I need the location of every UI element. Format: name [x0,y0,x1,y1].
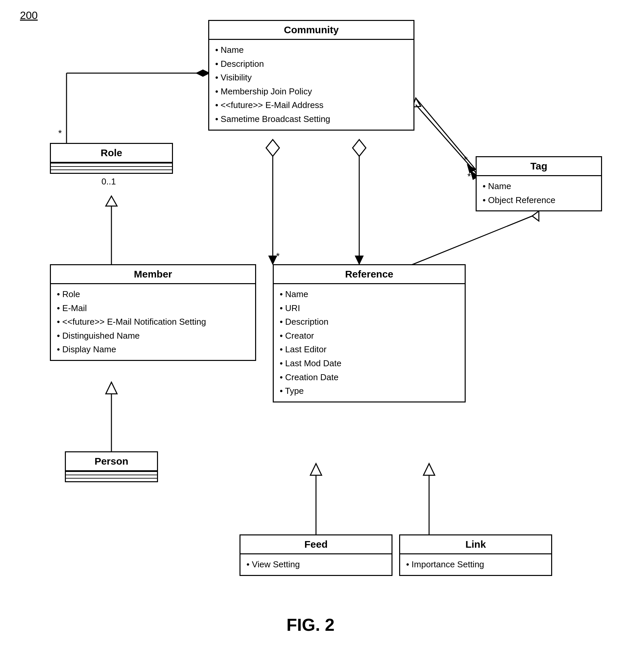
ref-attr-1: Name [280,287,459,302]
community-attr-4: Membership Join Policy [215,85,408,99]
tag-body: Name Object Reference [477,176,601,210]
tag-title: Tag [477,157,601,176]
svg-line-19 [416,105,479,176]
community-attr-1: Name [215,43,408,57]
community-attr-6: Sametime Broadcast Setting [215,112,408,126]
link-body: Importance Setting [400,554,551,575]
link-attr-1: Importance Setting [406,558,545,572]
svg-text:*: * [276,251,280,261]
member-class: Member Role E-Mail <<future>> E-Mail Not… [50,264,256,361]
ref-attr-4: Creator [280,329,459,343]
community-title: Community [209,21,413,40]
svg-marker-15 [355,256,363,264]
member-attr-4: Distinguished Name [57,329,249,343]
ref-attr-2: URI [280,302,459,315]
svg-marker-24 [310,464,322,475]
svg-line-16 [416,98,475,170]
feed-title: Feed [241,535,391,554]
svg-marker-22 [532,211,539,221]
svg-marker-11 [269,256,277,264]
tag-attr-1: Name [483,179,595,193]
community-class: Community Name Description Visibility Me… [208,20,414,131]
svg-marker-18 [467,165,475,173]
community-body: Name Description Visibility Membership J… [209,40,413,130]
figure-label: FIG. 2 [286,615,334,635]
reference-class: Reference Name URI Description Creator L… [273,264,466,402]
svg-text:0..1: 0..1 [101,176,116,186]
reference-body: Name URI Description Creator Last Editor… [274,284,465,401]
svg-line-21 [409,216,532,266]
feed-attr-1: View Setting [246,558,385,572]
member-title: Member [51,265,255,284]
feed-class: Feed View Setting [240,534,392,576]
svg-marker-26 [423,464,435,475]
ref-attr-5: Last Editor [280,343,459,357]
svg-marker-8 [106,196,117,206]
svg-marker-14 [353,140,366,156]
ref-attr-7: Creation Date [280,370,459,385]
community-attr-5: <<future>> E-Mail Address [215,98,408,112]
svg-text:*: * [467,171,471,181]
link-class: Link Importance Setting [399,534,552,576]
svg-marker-28 [106,382,117,394]
person-class: Person [65,451,158,482]
ref-attr-3: Description [280,315,459,329]
reference-title: Reference [274,265,465,284]
person-title: Person [66,452,157,471]
link-title: Link [400,535,551,554]
tag-attr-2: Object Reference [483,193,595,208]
member-body: Role E-Mail <<future>> E-Mail Notificati… [51,284,255,360]
svg-marker-10 [266,140,279,156]
ref-attr-8: Type [280,384,459,398]
role-class: Role [50,143,173,174]
member-attr-2: E-Mail [57,302,249,315]
feed-body: View Setting [241,554,391,575]
ref-attr-6: Last Mod Date [280,357,459,370]
role-title: Role [51,144,172,163]
member-attr-5: Display Name [57,343,249,357]
community-attr-2: Description [215,57,408,71]
tag-class: Tag Name Object Reference [475,156,602,211]
svg-marker-3 [196,70,210,77]
member-attr-3: <<future>> E-Mail Notification Setting [57,315,249,329]
community-attr-3: Visibility [215,71,408,85]
diagram-container: 200 * 0..1 * [0,0,621,648]
member-attr-1: Role [57,287,249,302]
svg-text:*: * [464,154,468,165]
svg-text:*: * [58,128,62,138]
reference-number: 200 [20,9,38,21]
